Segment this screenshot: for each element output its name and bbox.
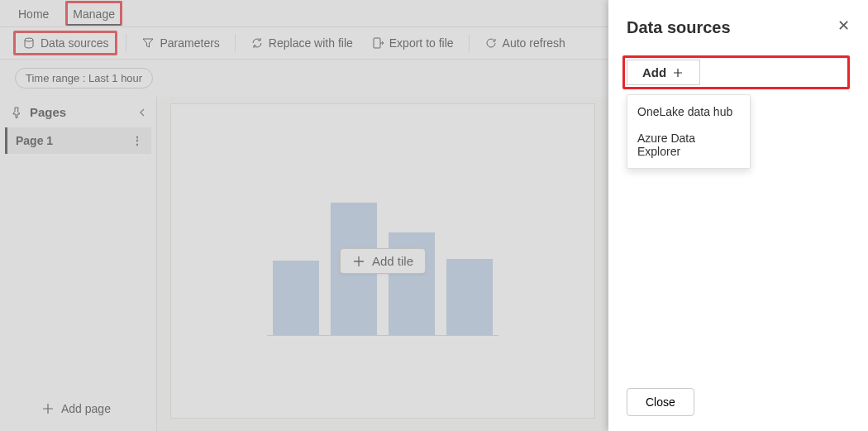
plus-icon — [352, 255, 365, 268]
filter-icon — [141, 36, 155, 50]
add-tile-label: Add tile — [372, 254, 413, 268]
toolbar: Data sources Parameters Replace with fil… — [0, 26, 608, 60]
toolbar-separator — [469, 34, 470, 52]
data-sources-label: Data sources — [41, 36, 108, 50]
tab-home[interactable]: Home — [13, 3, 54, 24]
dropdown-item-onelake[interactable]: OneLake data hub — [627, 98, 750, 125]
auto-refresh-button[interactable]: Auto refresh — [478, 33, 572, 53]
export-label: Export to file — [389, 36, 454, 50]
close-button[interactable]: Close — [627, 388, 694, 416]
parameters-button[interactable]: Parameters — [135, 33, 226, 53]
top-tabs: Home Manage — [0, 0, 608, 26]
add-tile-button[interactable]: Add tile — [340, 248, 426, 274]
sidebar-item-page[interactable]: Page 1 ⋮ — [5, 127, 151, 154]
data-sources-panel: Data sources ✕ Add OneLake data hub Azur… — [608, 0, 868, 431]
add-data-source-dropdown: OneLake data hub Azure Data Explorer — [627, 94, 751, 169]
dropdown-item-adx[interactable]: Azure Data Explorer — [627, 125, 750, 165]
data-sources-button[interactable]: Data sources — [13, 31, 117, 55]
add-data-source-button[interactable]: Add — [627, 60, 700, 85]
toolbar-separator — [235, 34, 236, 52]
page-item-menu-button[interactable]: ⋮ — [131, 134, 143, 147]
dashboard-canvas: Add tile — [170, 103, 595, 419]
page-item-label: Page 1 — [16, 134, 53, 147]
replace-icon — [250, 36, 264, 50]
svg-point-0 — [25, 38, 33, 41]
collapse-sidebar-button[interactable] — [138, 108, 146, 117]
pin-icon — [10, 106, 23, 119]
export-icon — [371, 36, 384, 50]
svg-rect-1 — [374, 38, 380, 48]
plus-icon — [41, 402, 55, 415]
add-label: Add — [642, 65, 666, 79]
replace-label: Replace with file — [269, 36, 353, 50]
pages-sidebar: Pages Page 1 ⋮ Add page — [0, 97, 157, 431]
replace-file-button[interactable]: Replace with file — [244, 33, 360, 53]
plus-icon — [671, 66, 684, 79]
chart-bar — [446, 259, 493, 335]
panel-title: Data sources — [627, 18, 731, 37]
parameters-label: Parameters — [160, 36, 219, 50]
close-icon[interactable]: ✕ — [837, 18, 850, 33]
chart-bar — [273, 261, 319, 335]
chip-row: Time range : Last 1 hour — [0, 60, 608, 97]
add-page-button[interactable]: Add page — [0, 390, 156, 427]
export-file-button[interactable]: Export to file — [365, 33, 460, 53]
add-page-label: Add page — [61, 402, 111, 415]
database-icon — [22, 36, 36, 50]
pages-title: Pages — [30, 105, 66, 119]
auto-refresh-label: Auto refresh — [503, 36, 565, 50]
refresh-icon — [484, 36, 498, 50]
toolbar-separator — [126, 34, 126, 52]
time-range-chip[interactable]: Time range : Last 1 hour — [15, 68, 153, 89]
tab-manage[interactable]: Manage — [65, 1, 122, 26]
